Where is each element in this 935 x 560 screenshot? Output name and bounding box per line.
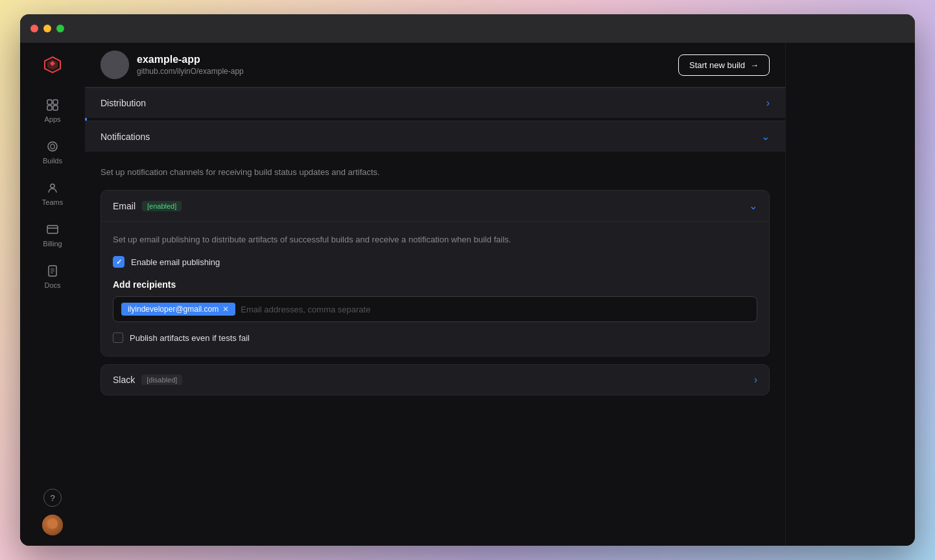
sidebar-item-billing[interactable]: Billing (20, 216, 85, 253)
app-details: example-app github.com/ilyinO/example-ap… (137, 54, 244, 76)
distribution-title: Distribution (101, 98, 146, 108)
email-tag-close-icon[interactable]: ✕ (222, 305, 229, 314)
notifications-title: Notifications (101, 132, 150, 142)
notifications-description: Set up notification channels for receivi… (101, 167, 770, 177)
slack-status-badge: [disabled] (141, 375, 182, 385)
sidebar-item-billing-label: Billing (43, 240, 62, 248)
help-button[interactable]: ? (43, 489, 62, 507)
app-avatar-inner (101, 51, 129, 79)
sidebar-nav: Apps Builds (20, 92, 85, 489)
logo[interactable] (41, 53, 64, 76)
avatar-image (42, 515, 63, 535)
avatar[interactable] (42, 515, 63, 535)
publish-artifacts-label: Publish artifacts even if tests fail (130, 333, 250, 343)
sidebar-item-builds-label: Builds (43, 157, 62, 165)
notifications-section-content: Set up notification channels for receivi… (85, 152, 785, 419)
email-tag-value: ilyindeveloper@gmail.com (128, 305, 219, 314)
help-label: ? (50, 493, 54, 503)
email-label: Email (113, 201, 136, 211)
arrow-icon: → (750, 60, 759, 70)
svg-rect-3 (53, 106, 58, 110)
browser-window: Apps Builds (20, 14, 915, 546)
email-card-header[interactable]: Email [enabled] ⌄ (101, 191, 769, 221)
notifications-chevron-icon: ⌄ (761, 130, 770, 143)
sidebar-item-apps-label: Apps (44, 115, 60, 123)
email-card-description: Set up email publishing to distribute ar… (113, 235, 757, 244)
recipients-section: Add recipients ilyindeveloper@gmail.com … (113, 279, 757, 322)
sidebar-item-apps[interactable]: Apps (20, 92, 85, 128)
sidebar: Apps Builds (20, 43, 85, 546)
app-avatar (101, 51, 129, 79)
email-chevron-icon: ⌄ (749, 200, 757, 212)
sidebar-item-builds[interactable]: Builds (20, 134, 85, 170)
email-card-body: Set up email publishing to distribute ar… (101, 221, 769, 356)
enable-email-checkbox[interactable] (113, 256, 124, 268)
start-build-label: Start new build (689, 60, 745, 70)
sidebar-bottom: ? (42, 489, 63, 535)
email-status-badge: [enabled] (142, 201, 182, 211)
svg-rect-6 (47, 226, 58, 233)
email-notification-card: Email [enabled] ⌄ Set up email publishin… (101, 190, 770, 356)
close-button[interactable] (30, 25, 38, 32)
svg-rect-1 (53, 100, 58, 104)
email-tag: ilyindeveloper@gmail.com ✕ (121, 303, 235, 316)
traffic-lights (30, 25, 64, 32)
fullscreen-button[interactable] (56, 25, 64, 32)
content-area: Distribution › Notifications ⌄ Set up no… (85, 88, 785, 546)
svg-rect-0 (47, 100, 52, 104)
enable-email-row: Enable email publishing (113, 256, 757, 268)
sidebar-item-teams-label: Teams (42, 198, 63, 206)
recipients-title: Add recipients (113, 279, 757, 290)
minimize-button[interactable] (43, 25, 51, 32)
svg-rect-2 (47, 106, 52, 110)
app-info: example-app github.com/ilyinO/example-ap… (101, 51, 244, 79)
distribution-chevron-icon: › (766, 97, 770, 109)
email-input-placeholder: Email addresses, comma separate (241, 305, 749, 314)
teams-icon (45, 180, 60, 196)
enable-email-label: Enable email publishing (131, 257, 220, 267)
svg-point-4 (48, 142, 57, 151)
sidebar-item-docs[interactable]: Docs (20, 258, 85, 294)
svg-point-5 (51, 184, 54, 188)
right-panel (785, 43, 915, 546)
publish-artifacts-row: Publish artifacts even if tests fail (113, 332, 757, 343)
slack-card-header[interactable]: Slack [disabled] › (101, 365, 769, 395)
app-name: example-app (137, 54, 244, 65)
grid-icon (45, 97, 60, 113)
builds-icon (45, 139, 60, 154)
top-header: example-app github.com/ilyinO/example-ap… (85, 43, 785, 88)
email-card-title: Email [enabled] (113, 201, 182, 211)
main-content: example-app github.com/ilyinO/example-ap… (85, 43, 785, 546)
email-input-row[interactable]: ilyindeveloper@gmail.com ✕ Email address… (113, 296, 757, 322)
slack-label: Slack (113, 375, 135, 385)
app-layout: Apps Builds (20, 43, 915, 546)
publish-artifacts-checkbox[interactable] (113, 332, 123, 343)
slack-notification-card: Slack [disabled] › (101, 364, 770, 395)
distribution-section-header[interactable]: Distribution › (85, 88, 785, 118)
app-url: github.com/ilyinO/example-app (137, 67, 244, 76)
sidebar-item-teams[interactable]: Teams (20, 175, 85, 211)
sidebar-item-docs-label: Docs (44, 281, 60, 289)
start-build-button[interactable]: Start new build → (678, 54, 770, 76)
docs-icon (45, 263, 60, 279)
section-divider (85, 118, 785, 121)
slack-chevron-icon: › (754, 374, 757, 386)
slack-card-title: Slack [disabled] (113, 375, 182, 385)
notifications-section-header[interactable]: Notifications ⌄ (85, 121, 785, 152)
billing-icon (45, 222, 60, 237)
browser-titlebar (20, 14, 915, 43)
accent-bar (85, 118, 87, 121)
